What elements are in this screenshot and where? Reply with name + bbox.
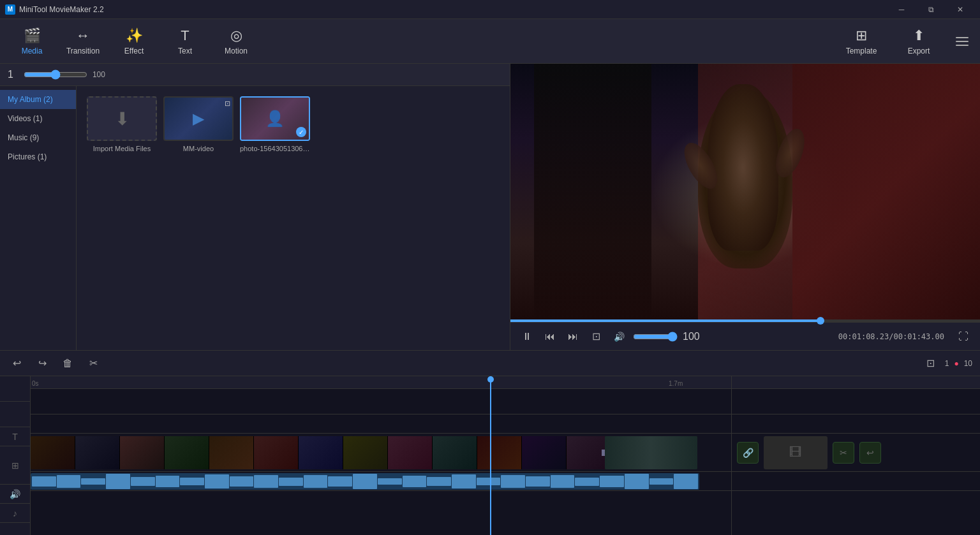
- timeline-body: T ⊞ 🔊 ♪ 0s 1.7m: [0, 376, 980, 535]
- redo-button[interactable]: ↪: [33, 355, 51, 372]
- waveform-bars: [31, 473, 699, 490]
- clip-tool-icon-1[interactable]: 🔗: [737, 442, 759, 464]
- track-text: [31, 414, 731, 434]
- undo-button[interactable]: ↩: [8, 355, 26, 372]
- media-item-photo[interactable]: 👤 ✓ photo-15643051306566...: [240, 96, 310, 152]
- scene-dark-right: [792, 64, 980, 319]
- track-label-audio: 🔊: [0, 485, 30, 504]
- toolbar-item-text[interactable]: T Text: [160, 22, 211, 61]
- sidebar-item-music[interactable]: Music (9): [0, 128, 76, 147]
- film-frame-1: [31, 436, 75, 469]
- volume-slider[interactable]: [633, 332, 678, 342]
- volume-icon: 🔊: [610, 328, 628, 346]
- sidebar-item-pictures[interactable]: Pictures (1): [0, 147, 76, 166]
- preview-progress-fill: [510, 319, 820, 322]
- photo-thumb[interactable]: 👤 ✓: [240, 96, 310, 141]
- waveform-bar: [650, 478, 674, 485]
- waveform-bar: [600, 476, 624, 487]
- media-item-mm-video[interactable]: ▶ ⊡ MM-video: [163, 96, 234, 152]
- timeline-dot: ●: [954, 359, 958, 368]
- timeline-right-controls: ⊡ 1 ● 10: [922, 355, 972, 372]
- mm-video-label: MM-video: [183, 145, 214, 152]
- waveform-bar: [254, 475, 278, 488]
- media-item-import[interactable]: ⬇ Import Media Files: [87, 96, 157, 152]
- track-audio: [31, 472, 731, 491]
- backward-button[interactable]: ⏮: [541, 328, 559, 346]
- toolbar-item-media[interactable]: 🎬 Media: [6, 22, 57, 61]
- title-bar-left: M MiniTool MovieMaker 2.2: [5, 4, 104, 15]
- export-label: Export: [908, 47, 930, 55]
- motion-icon: ◎: [230, 27, 242, 44]
- timeline-number: 1: [945, 359, 949, 368]
- preview-video: [510, 64, 980, 319]
- sidebar-item-my-album[interactable]: My Album (2): [0, 90, 76, 109]
- track-label-empty-1: [0, 389, 30, 402]
- toolbar-item-effect[interactable]: ✨ Effect: [108, 22, 160, 61]
- fullscreen-button[interactable]: ⛶: [954, 328, 972, 346]
- waveform-bar: [575, 478, 599, 486]
- hamburger-menu[interactable]: [951, 22, 974, 61]
- clip-tool-icon-2[interactable]: ✂: [833, 442, 854, 464]
- clip-tool-icon-3[interactable]: ↩: [859, 442, 881, 464]
- preview-controls: ⏸ ⏮ ⏭ ⊡ 🔊 100 00:01:08.23/00:01:43.00 ⛶ …: [510, 322, 980, 350]
- restore-button[interactable]: ⧉: [916, 0, 946, 19]
- film-strip-secondary: [605, 436, 697, 469]
- right-panel: ⏸ ⏮ ⏭ ⊡ 🔊 100 00:01:08.23/00:01:43.00 ⛶ …: [510, 64, 980, 350]
- extra-track-main: 🔗 🎞 ✂ ↩: [732, 434, 980, 472]
- preview-scene: [510, 64, 980, 319]
- waveform-bar: [452, 474, 476, 488]
- import-icon: ⬇: [115, 108, 130, 129]
- film-frame-4: [165, 436, 209, 469]
- photo-icon: 👤: [265, 110, 285, 128]
- minimize-button[interactable]: ─: [887, 0, 916, 19]
- toolbar-item-template[interactable]: ⊞ Template: [836, 22, 887, 61]
- cut-button[interactable]: ✂: [84, 355, 102, 372]
- waveform-bar: [230, 476, 254, 487]
- close-button[interactable]: ✕: [946, 0, 975, 19]
- film-frame-9: [388, 436, 433, 469]
- import-thumb[interactable]: ⬇: [87, 96, 157, 141]
- screen-icon: ⊡: [225, 99, 230, 108]
- toolbar-item-transition[interactable]: ↔ Transition: [57, 22, 108, 61]
- left-panel: 1 100 My Album (2) Videos (1) Music (9) …: [0, 64, 510, 350]
- waveform-bar: [353, 474, 377, 488]
- app-title: MiniTool MovieMaker 2.2: [19, 5, 104, 14]
- pause-button[interactable]: ⏸: [518, 328, 536, 346]
- sidebar-item-videos[interactable]: Videos (1): [0, 109, 76, 128]
- film-frame-5: [209, 436, 254, 469]
- zoom-slider[interactable]: [24, 70, 87, 80]
- film-frame-3: [120, 436, 165, 469]
- export-icon: ⬆: [913, 27, 924, 44]
- waveform-bar: [156, 476, 180, 487]
- track-label-video: ⊞: [0, 446, 30, 485]
- crop-button[interactable]: ⊡: [587, 328, 605, 346]
- waveform-bar: [328, 476, 352, 487]
- waveform-bar: [477, 478, 501, 485]
- waveform-bar: [32, 476, 56, 487]
- toolbar-item-export[interactable]: ⬆ Export: [893, 22, 944, 61]
- toolbar-item-motion[interactable]: ◎ Motion: [211, 22, 262, 61]
- track-label-text: T: [0, 427, 30, 446]
- timeline-screen-button[interactable]: ⊡: [922, 355, 940, 372]
- photo-label: photo-15643051306566...: [240, 145, 310, 152]
- title-bar: M MiniTool MovieMaker 2.2 ─ ⧉ ✕: [0, 0, 980, 19]
- slider-container[interactable]: [24, 70, 87, 80]
- time-display: 00:01:08.23/00:01:43.00: [838, 332, 944, 341]
- extra-track-text: [732, 414, 980, 434]
- track-video-top: [31, 389, 731, 414]
- fullscreen-btn-area: ⛶ Full Screen: [954, 328, 972, 346]
- waveform-bar: [378, 478, 402, 485]
- left-panel-header: 1 100: [0, 64, 510, 86]
- mm-video-thumb[interactable]: ▶ ⊡: [163, 96, 234, 141]
- waveform-bar: [403, 476, 427, 487]
- film-frame-11: [477, 436, 522, 469]
- timeline-track-labels: T ⊞ 🔊 ♪: [0, 376, 31, 535]
- preview-progress-bar[interactable]: [510, 319, 980, 322]
- timeline: ↩ ↪ 🗑 ✂ ⊡ 1 ● 10 T ⊞ 🔊 ♪ 0s 1.7m: [0, 350, 980, 535]
- delete-button[interactable]: 🗑: [59, 355, 77, 372]
- forward-button[interactable]: ⏭: [564, 328, 582, 346]
- extra-ruler: [732, 376, 980, 389]
- import-label: Import Media Files: [93, 145, 151, 152]
- waveform-bar: [205, 474, 229, 488]
- preview-frame: [510, 64, 980, 319]
